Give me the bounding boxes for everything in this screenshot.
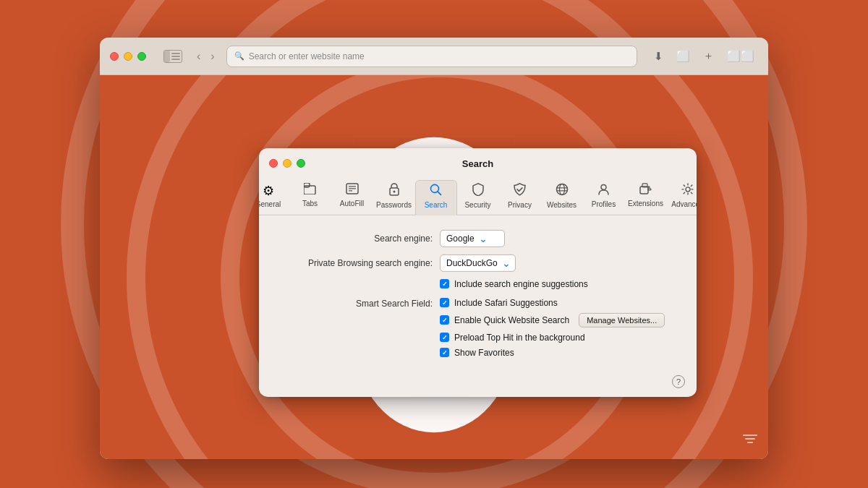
panel-footer: ? [259,374,697,396]
panel-form: Search engine: Google ⌄ Private Browsing… [259,215,697,374]
profiles-icon [597,182,610,198]
include-suggestions-label: Include search engine suggestions [454,278,588,288]
forward-button[interactable]: › [206,48,218,64]
autofill-icon [346,182,359,197]
tabs-overview-button[interactable]: ⬜⬜ [723,48,758,65]
tab-advanced-label: Advanced [671,200,697,207]
passwords-icon [389,182,399,199]
nav-buttons: ‹ › [192,48,219,64]
quick-website-checkbox[interactable] [440,315,449,325]
preload-top-hit-checkbox[interactable] [440,333,449,342]
smart-search-row: Smart Search Field: Include Safari Sugge… [281,297,675,357]
panel-close-button[interactable] [269,158,278,167]
back-button[interactable]: ‹ [192,48,205,64]
panel-minimize-button[interactable] [283,158,292,167]
tab-general[interactable]: ⚙ General [259,179,289,214]
tab-passwords-label: Passwords [376,200,412,208]
svg-point-47 [559,184,564,194]
search-engine-value: Google [446,233,475,243]
private-search-select[interactable]: DuckDuckGo ⌄ [440,254,516,271]
advanced-icon [681,182,694,198]
tab-search-label: Search [425,200,448,208]
search-engine-label: Search engine: [281,233,433,243]
panel-title: Search [462,158,493,168]
svg-rect-18 [171,56,180,57]
safari-suggestions-checkbox[interactable] [440,298,449,307]
quick-website-label: Enable Quick Website Search [454,314,569,325]
svg-rect-17 [171,53,180,54]
filter-icon [742,432,758,449]
include-suggestions-row: Include search engine suggestions [281,278,675,288]
tab-websites-label: Websites [547,200,576,208]
include-suggestions-checkbox[interactable] [440,279,449,288]
browser-traffic-lights [110,52,146,61]
browser-window: ‹ › 🔍 Search or enter website name ⬇ ⬜ ＋… [100,38,768,459]
settings-tab-bar: ⚙ General Tabs AutoFill [259,175,697,215]
manage-websites-button[interactable]: Manage Websites... [579,312,665,327]
svg-line-45 [438,191,441,194]
search-engine-arrow: ⌄ [479,232,488,244]
private-search-arrow: ⌄ [502,257,511,268]
svg-point-43 [393,190,395,192]
tab-websites[interactable]: Websites [541,179,583,214]
security-icon [472,182,484,199]
preload-top-hit-row: Preload Top Hit in the background [440,332,665,342]
browser-content: Search ⚙ General Tabs A [100,75,768,459]
browser-minimize-button[interactable] [124,52,132,61]
preload-top-hit-label: Preload Top Hit in the background [454,332,585,342]
quick-website-row: Enable Quick Website Search Manage Websi… [440,312,665,327]
show-favorites-checkbox[interactable] [440,348,449,357]
private-search-row: Private Browsing search engine: DuckDuck… [281,254,675,271]
tab-general-label: General [259,200,281,207]
svg-point-53 [686,187,690,191]
address-bar[interactable]: 🔍 Search or enter website name [226,46,637,67]
svg-rect-19 [171,59,180,60]
tab-search[interactable]: Search [415,179,457,215]
search-icon [430,183,442,199]
settings-panel: Search ⚙ General Tabs A [259,147,697,396]
address-bar-placeholder: Search or enter website name [249,51,365,61]
panel-traffic-lights [269,158,305,167]
tab-privacy-label: Privacy [508,200,532,208]
private-search-value: DuckDuckGo [446,257,498,267]
tab-privacy[interactable]: Privacy [499,179,541,214]
tabs-icon [304,182,317,197]
extensions-icon [639,182,652,197]
browser-maximize-button[interactable] [137,52,146,61]
smart-search-options: Include Safari Suggestions Enable Quick … [440,297,665,357]
downloads-button[interactable]: ⬇ [650,48,667,65]
tab-tabs[interactable]: Tabs [289,179,331,214]
tab-autofill[interactable]: AutoFill [331,179,373,214]
privacy-icon [514,182,526,199]
tab-passwords[interactable]: Passwords [373,179,415,214]
tab-tabs-label: Tabs [302,199,318,207]
help-button[interactable]: ? [672,374,685,388]
tab-profiles[interactable]: Profiles [583,179,625,214]
private-search-label: Private Browsing search engine: [281,257,433,267]
tab-security-label: Security [464,200,490,208]
new-tab-button[interactable]: ＋ [699,47,718,65]
show-favorites-row: Show Favorites [440,347,665,357]
safari-suggestions-label: Include Safari Suggestions [454,297,558,307]
include-suggestions-checkbox-row: Include search engine suggestions [440,278,588,288]
tab-security[interactable]: Security [457,179,499,214]
tab-advanced[interactable]: Advanced [667,179,697,214]
search-engine-row: Search engine: Google ⌄ [281,229,675,247]
smart-search-label: Smart Search Field: [281,297,433,308]
svg-rect-16 [164,51,170,62]
sidebar-toggle-button[interactable] [163,50,182,63]
panel-maximize-button[interactable] [297,158,305,167]
websites-icon [556,182,569,199]
search-engine-select[interactable]: Google ⌄ [440,229,505,247]
share-button[interactable]: ⬜ [673,48,694,65]
tab-extensions[interactable]: Extensions [625,179,667,214]
general-icon: ⚙ [263,182,274,198]
svg-point-50 [601,184,606,189]
browser-close-button[interactable] [110,52,119,61]
toolbar-actions: ⬇ ⬜ ＋ ⬜⬜ [650,47,758,65]
browser-toolbar: ‹ › 🔍 Search or enter website name ⬇ ⬜ ＋… [100,38,768,75]
safari-suggestions-row: Include Safari Suggestions [440,297,665,307]
tab-extensions-label: Extensions [628,199,663,207]
svg-point-46 [556,184,567,194]
show-favorites-label: Show Favorites [454,347,514,357]
